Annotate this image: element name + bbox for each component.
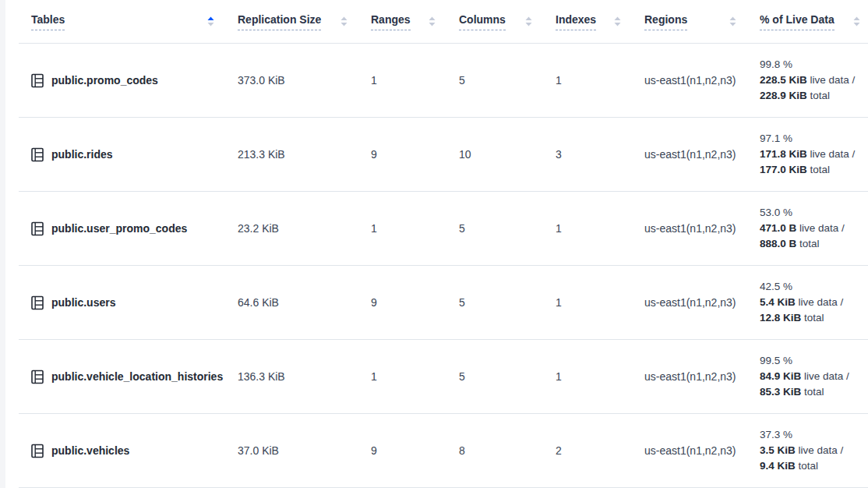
live-data-cell: 37.3 % 3.5 KiB live data / 9.4 KiB total — [760, 414, 868, 488]
table-header-row: Tables Replication Size — [19, 0, 868, 44]
table-name-cell: public.user_promo_codes — [19, 192, 238, 266]
regions-cell: us-east1(n1,n2,n3) — [644, 44, 760, 118]
live-data-size-line: 228.5 KiB live data / — [760, 72, 868, 88]
column-header-label: Regions — [644, 13, 687, 30]
ranges-cell: 9 — [371, 266, 459, 340]
regions-cell: us-east1(n1,n2,n3) — [644, 118, 760, 192]
indexes-cell: 1 — [556, 44, 644, 118]
table-name-link[interactable]: public.promo_codes — [51, 74, 158, 87]
table-icon — [31, 221, 44, 236]
live-data-size-line: 5.4 KiB live data / — [760, 295, 868, 310]
table-name-link[interactable]: public.vehicles — [51, 444, 129, 457]
live-data-percent: 99.8 % — [760, 57, 868, 72]
total-size-line: 12.8 KiB total — [760, 310, 868, 326]
table-row: public.rides 213.3 KiB 9 10 3 us-east1(n… — [19, 118, 868, 192]
sort-icon — [729, 16, 736, 27]
sort-icon — [429, 16, 436, 27]
column-header-regions[interactable]: Regions — [644, 0, 760, 44]
sort-icon — [614, 16, 621, 27]
live-data-cell: 99.5 % 84.9 KiB live data / 85.3 KiB tot… — [760, 340, 868, 414]
sort-icon — [525, 16, 532, 27]
ranges-cell: 9 — [371, 414, 459, 488]
indexes-cell: 1 — [556, 340, 644, 414]
indexes-cell: 3 — [556, 118, 644, 192]
table-row: public.vehicles 37.0 KiB 9 8 2 us-east1(… — [19, 414, 868, 488]
column-header-pct-live-data[interactable]: % of Live Data — [760, 0, 868, 44]
live-data-size-line: 3.5 KiB live data / — [760, 443, 868, 458]
table-row: public.user_promo_codes 23.2 KiB 1 5 1 u… — [19, 192, 868, 266]
sort-icon — [207, 16, 214, 27]
column-header-columns[interactable]: Columns — [459, 0, 556, 44]
table-name-cell: public.users — [19, 266, 238, 340]
columns-cell: 5 — [459, 266, 556, 340]
replication-size-cell: 213.3 KiB — [238, 118, 371, 192]
table-name-cell: public.vehicles — [19, 414, 238, 488]
indexes-cell: 2 — [556, 414, 644, 488]
live-data-percent: 37.3 % — [760, 427, 868, 443]
column-header-indexes[interactable]: Indexes — [556, 0, 644, 44]
replication-size-cell: 373.0 KiB — [238, 44, 371, 118]
table-name-cell: public.promo_codes — [19, 44, 238, 118]
column-header-label: Indexes — [556, 13, 596, 30]
indexes-cell: 1 — [556, 266, 644, 340]
replication-size-cell: 136.3 KiB — [238, 340, 371, 414]
table-row: public.users 64.6 KiB 9 5 1 us-east1(n1,… — [19, 266, 868, 340]
table-name-link[interactable]: public.user_promo_codes — [51, 222, 187, 235]
table-icon — [31, 147, 44, 162]
total-size-line: 85.3 KiB total — [760, 384, 868, 400]
column-header-label: % of Live Data — [760, 13, 834, 30]
database-tables-panel: Tables Replication Size — [19, 0, 868, 488]
page-left-gutter — [0, 0, 5, 488]
table-name-link[interactable]: public.vehicle_location_histories — [51, 370, 223, 383]
table-name-cell: public.rides — [19, 118, 238, 192]
regions-cell: us-east1(n1,n2,n3) — [644, 414, 760, 488]
live-data-size-line: 171.8 KiB live data / — [760, 147, 868, 162]
table-row: public.promo_codes 373.0 KiB 1 5 1 us-ea… — [19, 44, 868, 118]
column-header-ranges[interactable]: Ranges — [371, 0, 459, 44]
ranges-cell: 1 — [371, 44, 459, 118]
columns-cell: 5 — [459, 44, 556, 118]
columns-cell: 5 — [459, 192, 556, 266]
ranges-cell: 1 — [371, 340, 459, 414]
total-size-line: 177.0 KiB total — [760, 162, 868, 178]
live-data-cell: 97.1 % 171.8 KiB live data / 177.0 KiB t… — [760, 118, 868, 192]
ranges-cell: 9 — [371, 118, 459, 192]
columns-cell: 8 — [459, 414, 556, 488]
total-size-line: 888.0 B total — [760, 236, 868, 252]
replication-size-cell: 37.0 KiB — [238, 414, 371, 488]
table-icon — [31, 73, 44, 88]
table-name-link[interactable]: public.users — [51, 296, 115, 309]
live-data-percent: 97.1 % — [760, 131, 868, 147]
total-size-line: 9.4 KiB total — [760, 458, 868, 474]
live-data-size-line: 84.9 KiB live data / — [760, 369, 868, 384]
live-data-percent: 99.5 % — [760, 353, 868, 369]
replication-size-cell: 23.2 KiB — [238, 192, 371, 266]
live-data-size-line: 471.0 B live data / — [760, 221, 868, 236]
regions-cell: us-east1(n1,n2,n3) — [644, 340, 760, 414]
live-data-percent: 42.5 % — [760, 279, 868, 295]
sort-icon — [340, 16, 348, 27]
tables-table: Tables Replication Size — [19, 0, 868, 488]
table-name-cell: public.vehicle_location_histories — [19, 340, 238, 414]
column-header-tables[interactable]: Tables — [19, 0, 238, 44]
columns-cell: 5 — [459, 340, 556, 414]
replication-size-cell: 64.6 KiB — [238, 266, 371, 340]
live-data-cell: 42.5 % 5.4 KiB live data / 12.8 KiB tota… — [760, 266, 868, 340]
column-header-label: Tables — [31, 13, 65, 30]
column-header-label: Columns — [459, 13, 506, 30]
table-row: public.vehicle_location_histories 136.3 … — [19, 340, 868, 414]
live-data-cell: 99.8 % 228.5 KiB live data / 228.9 KiB t… — [760, 44, 868, 118]
regions-cell: us-east1(n1,n2,n3) — [644, 266, 760, 340]
ranges-cell: 1 — [371, 192, 459, 266]
indexes-cell: 1 — [556, 192, 644, 266]
column-header-label: Ranges — [371, 13, 411, 30]
table-name-link[interactable]: public.rides — [51, 148, 113, 161]
column-header-label: Replication Size — [238, 13, 321, 30]
regions-cell: us-east1(n1,n2,n3) — [644, 192, 760, 266]
table-icon — [31, 370, 44, 384]
live-data-cell: 53.0 % 471.0 B live data / 888.0 B total — [760, 192, 868, 266]
table-icon — [31, 295, 44, 310]
columns-cell: 10 — [459, 118, 556, 192]
total-size-line: 228.9 KiB total — [760, 88, 868, 104]
column-header-replication-size[interactable]: Replication Size — [238, 0, 371, 44]
